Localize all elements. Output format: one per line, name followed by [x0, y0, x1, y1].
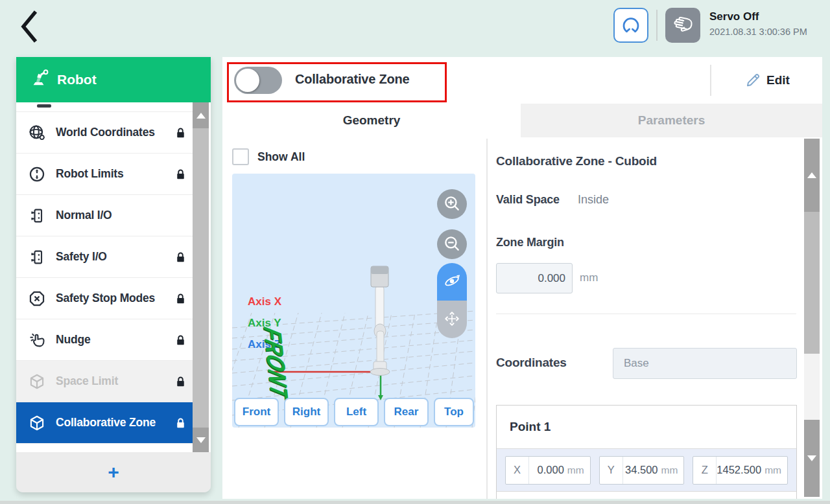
- scrollbar-thumb[interactable]: [804, 212, 820, 354]
- sidebar-item-partial[interactable]: [16, 102, 193, 112]
- scroll-down-button[interactable]: [193, 428, 209, 452]
- axis-label: Y: [600, 457, 623, 484]
- zoom-out-icon: [442, 234, 462, 255]
- point-x-field[interactable]: X 0.000 mm: [505, 456, 591, 485]
- coord-value: 0.000: [529, 464, 567, 476]
- sidebar-item-label: Nudge: [56, 333, 90, 347]
- scroll-up-button[interactable]: [193, 102, 209, 128]
- coord-value: 34.500: [623, 464, 661, 476]
- tab-parameters[interactable]: Parameters: [521, 104, 822, 137]
- hand-icon: [669, 11, 696, 40]
- sidebar-item-label: Robot Limits: [56, 167, 124, 181]
- sidebar-scrollbar[interactable]: [193, 102, 209, 452]
- view-left-button[interactable]: Left: [334, 398, 379, 426]
- pencil-icon: [744, 71, 761, 90]
- sidebar-item-label: Collaborative Zone: [56, 416, 156, 430]
- details-scrollbar[interactable]: [804, 139, 820, 497]
- sidebar-item-nudge[interactable]: Nudge: [16, 319, 193, 361]
- highlight-red-box: [227, 62, 447, 102]
- cube-icon: [28, 414, 46, 432]
- show-all-row: Show All: [232, 148, 305, 165]
- orbit-rotate-icon: [443, 272, 461, 292]
- view-front-button[interactable]: Front: [234, 398, 279, 426]
- pan-mode-button[interactable]: [437, 301, 467, 338]
- limits-icon: [28, 165, 46, 183]
- axis-label: Z: [693, 457, 717, 484]
- point-next-row: [497, 491, 796, 499]
- nudge-hand-icon: [28, 331, 46, 349]
- lock-icon: [174, 291, 187, 306]
- arrow-down-icon: [807, 455, 816, 461]
- show-all-label: Show All: [257, 150, 305, 164]
- sidebar-item-safety-stop-modes[interactable]: Safety Stop Modes: [16, 278, 193, 319]
- scroll-up-button[interactable]: [804, 139, 820, 212]
- io-icon: [28, 248, 46, 266]
- stop-octagon-icon: [28, 290, 46, 308]
- lock-icon: [174, 166, 187, 182]
- sidebar-item-safety-io[interactable]: Safety I/O: [16, 236, 193, 278]
- scroll-down-button[interactable]: [804, 420, 820, 497]
- hand-guide-button[interactable]: [665, 8, 700, 43]
- valid-space-label: Valid Space: [496, 193, 560, 207]
- sidebar-item-robot-limits[interactable]: Robot Limits: [16, 154, 193, 195]
- partial-icon: [37, 104, 51, 108]
- point-coord-row: X 0.000 mm Y 34.500 mm Z 1452.500 mm: [497, 448, 796, 491]
- viewport-mode-control: [437, 263, 467, 338]
- point-z-field[interactable]: Z 1452.500 mm: [693, 456, 788, 485]
- coordinates-select[interactable]: Base: [613, 348, 797, 379]
- sidebar-item-label: Safety Stop Modes: [56, 292, 155, 305]
- pan-icon: [443, 310, 461, 330]
- servo-status: Servo Off: [709, 10, 759, 23]
- column-divider: [486, 139, 488, 499]
- screen: Servo Off 2021.08.31 3:00:36 PM Robot: [0, 0, 830, 504]
- sidebar-title: Robot: [57, 72, 97, 87]
- plus-icon: +: [108, 463, 119, 482]
- robot-3d-viewport[interactable]: Axis X Axis Y Axis Z FRONT: [232, 174, 475, 428]
- coord-unit: mm: [661, 464, 684, 476]
- lock-icon: [174, 249, 187, 265]
- sidebar-item-world-coordinates[interactable]: World Coordinates: [16, 112, 193, 154]
- gripper-button[interactable]: [613, 8, 648, 43]
- topbar-divider: [656, 10, 658, 41]
- show-all-checkbox[interactable]: [232, 148, 249, 165]
- zone-margin-input[interactable]: [496, 263, 573, 293]
- axis-x-label: Axis X: [248, 295, 281, 308]
- panel-header: Collaborative Zone Edit: [222, 57, 822, 104]
- add-menu-button[interactable]: +: [16, 452, 211, 492]
- arrow-up-icon: [196, 113, 206, 119]
- coordinates-label: Coordinates: [496, 356, 567, 370]
- section-divider: [496, 314, 796, 314]
- back-button[interactable]: [14, 8, 42, 45]
- bottom-edge-bar: [0, 501, 830, 504]
- tab-geometry[interactable]: Geometry: [222, 104, 521, 137]
- rotate-mode-button[interactable]: [437, 263, 467, 301]
- main-panel: Collaborative Zone Edit Geometry Paramet…: [222, 57, 822, 499]
- sidebar-item-space-limit[interactable]: Space Limit: [16, 361, 193, 402]
- zone-margin-unit: mm: [580, 271, 598, 284]
- edit-button[interactable]: Edit: [711, 57, 822, 104]
- view-rear-button[interactable]: Rear: [384, 398, 429, 426]
- coord-value: 1452.500: [717, 464, 765, 476]
- robot-arm-icon: [29, 69, 49, 91]
- point-1-card: Point 1 X 0.000 mm Y 34.500 mm Z 1452.50: [496, 405, 797, 499]
- lock-icon: [174, 332, 187, 348]
- coord-unit: mm: [765, 464, 787, 476]
- sidebar-header: Robot: [16, 57, 211, 102]
- sidebar-item-label: World Coordinates: [56, 126, 155, 139]
- point-y-field[interactable]: Y 34.500 mm: [599, 456, 685, 485]
- zoom-in-icon: [442, 194, 462, 215]
- lock-icon: [174, 374, 187, 389]
- lock-icon: [174, 125, 187, 141]
- view-right-button[interactable]: Right: [284, 398, 329, 426]
- point-title: Point 1: [510, 420, 551, 434]
- zoom-out-button[interactable]: [437, 229, 467, 259]
- axis-label: X: [506, 457, 529, 484]
- zone-margin-label: Zone Margin: [496, 236, 564, 249]
- arrow-down-icon: [196, 437, 206, 443]
- sidebar-item-collaborative-zone[interactable]: Collaborative Zone: [16, 402, 193, 444]
- sidebar: Robot World Coordinates: [16, 57, 211, 492]
- view-top-button[interactable]: Top: [434, 398, 474, 426]
- sidebar-item-label: Normal I/O: [56, 209, 112, 222]
- sidebar-item-normal-io[interactable]: Normal I/O: [16, 195, 193, 236]
- zoom-in-button[interactable]: [437, 189, 467, 219]
